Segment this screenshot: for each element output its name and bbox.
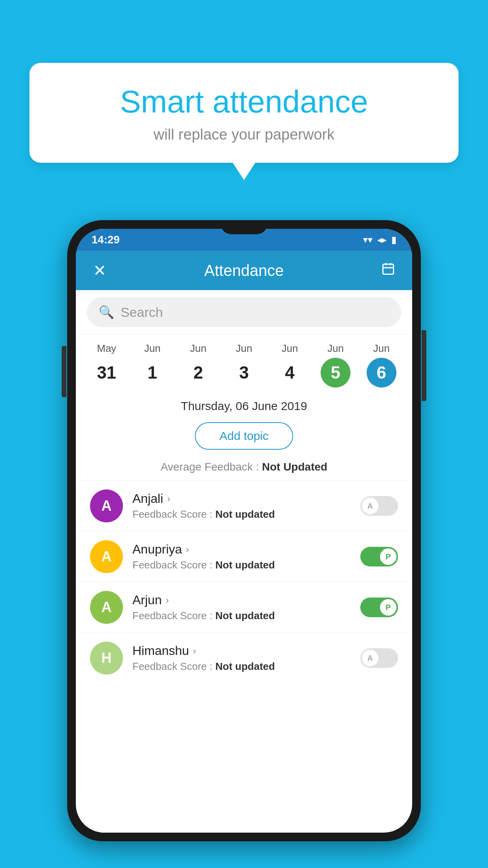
month-label: Jun: [282, 342, 298, 355]
search-icon: 🔍: [99, 305, 114, 320]
phone-outer: 14:29 ▾▾ ◂▸ ▮ ✕ Attendance: [67, 220, 421, 841]
day-number[interactable]: 31: [92, 358, 121, 388]
month-label: May: [97, 342, 116, 355]
status-icons: ▾▾ ◂▸ ▮: [363, 234, 396, 245]
day-number[interactable]: 4: [275, 358, 305, 388]
student-item[interactable]: HHimanshu ›Feedback Score : Not updatedA: [76, 633, 412, 683]
avatar: H: [90, 642, 123, 675]
student-info: Anjali ›Feedback Score : Not updated: [132, 491, 351, 520]
svg-rect-0: [383, 264, 394, 274]
day-number[interactable]: 1: [138, 358, 167, 388]
day-number[interactable]: 6: [367, 358, 396, 388]
student-name: Anupriya ›: [132, 542, 351, 557]
avg-feedback-prefix: Average Feedback :: [161, 461, 262, 473]
avatar: A: [90, 489, 123, 522]
student-item[interactable]: AArjun ›Feedback Score : Not updatedP: [76, 582, 412, 633]
student-info: Anupriya ›Feedback Score : Not updated: [132, 542, 351, 571]
bubble-title: Smart attendance: [53, 85, 435, 119]
date-row: May31Jun1Jun2Jun3Jun4Jun5Jun6: [84, 342, 404, 388]
close-button[interactable]: ✕: [90, 261, 110, 280]
month-label: Jun: [144, 342, 161, 355]
add-topic-container: Add topic: [76, 417, 412, 457]
day-number[interactable]: 2: [183, 358, 213, 388]
date-cell[interactable]: May31: [87, 342, 126, 388]
feedback-score: Feedback Score : Not updated: [132, 660, 351, 673]
attendance-toggle[interactable]: P: [360, 598, 398, 617]
date-cell[interactable]: Jun2: [178, 342, 218, 388]
avatar: A: [90, 591, 123, 624]
phone-wrapper: 14:29 ▾▾ ◂▸ ▮ ✕ Attendance: [67, 220, 421, 841]
month-label: Jun: [236, 342, 252, 355]
date-cell[interactable]: Jun5: [316, 342, 355, 388]
wifi-icon: ▾▾: [363, 234, 372, 245]
attendance-toggle[interactable]: A: [360, 496, 398, 516]
toggle-knob: A: [362, 498, 378, 514]
calendar-button[interactable]: [378, 262, 398, 280]
app-bar: ✕ Attendance: [76, 251, 412, 290]
chevron-icon: ›: [193, 645, 196, 657]
student-list: AAnjali ›Feedback Score : Not updatedAAA…: [76, 480, 412, 683]
day-number[interactable]: 3: [229, 358, 259, 388]
battery-icon: ▮: [391, 234, 396, 245]
student-info: Arjun ›Feedback Score : Not updated: [132, 593, 351, 622]
calendar-strip: May31Jun1Jun2Jun3Jun4Jun5Jun6: [76, 335, 412, 392]
date-cell[interactable]: Jun1: [133, 342, 172, 388]
feedback-score: Feedback Score : Not updated: [132, 508, 351, 520]
student-name: Anjali ›: [132, 491, 351, 506]
add-topic-button[interactable]: Add topic: [195, 422, 293, 450]
student-item[interactable]: AAnupriya ›Feedback Score : Not updatedP: [76, 531, 412, 582]
chevron-icon: ›: [166, 595, 169, 606]
search-container: 🔍 Search: [76, 290, 412, 335]
avg-feedback: Average Feedback : Not Updated: [76, 457, 412, 480]
student-info: Himanshu ›Feedback Score : Not updated: [132, 644, 351, 673]
signal-icon: ◂▸: [377, 234, 387, 245]
student-item[interactable]: AAnjali ›Feedback Score : Not updatedA: [76, 480, 412, 531]
speech-bubble: Smart attendance will replace your paper…: [29, 63, 459, 163]
attendance-toggle[interactable]: A: [360, 648, 398, 668]
search-placeholder: Search: [121, 305, 163, 320]
search-bar[interactable]: 🔍 Search: [87, 297, 401, 327]
bubble-subtitle: will replace your paperwork: [53, 126, 435, 143]
month-label: Jun: [327, 342, 344, 355]
toggle-knob: P: [380, 599, 396, 616]
toggle-knob: A: [362, 650, 378, 666]
avg-feedback-value: Not Updated: [262, 461, 327, 473]
date-cell[interactable]: Jun6: [362, 342, 401, 388]
toggle-knob: P: [380, 548, 396, 565]
phone-screen: 14:29 ▾▾ ◂▸ ▮ ✕ Attendance: [76, 229, 412, 833]
phone-notch: [220, 220, 268, 234]
student-name: Arjun ›: [132, 593, 351, 607]
day-number[interactable]: 5: [321, 358, 350, 388]
chevron-icon: ›: [186, 544, 189, 555]
app-bar-title: Attendance: [110, 262, 378, 280]
date-cell[interactable]: Jun4: [270, 342, 310, 388]
feedback-score: Feedback Score : Not updated: [132, 610, 351, 622]
month-label: Jun: [190, 342, 206, 355]
chevron-icon: ›: [167, 493, 170, 504]
feedback-score: Feedback Score : Not updated: [132, 559, 351, 571]
status-time: 14:29: [92, 234, 120, 246]
selected-date-label: Thursday, 06 June 2019: [76, 392, 412, 417]
month-label: Jun: [373, 342, 390, 355]
date-cell[interactable]: Jun3: [224, 342, 264, 388]
avatar: A: [90, 540, 123, 573]
attendance-toggle[interactable]: P: [360, 547, 398, 566]
student-name: Himanshu ›: [132, 644, 351, 658]
